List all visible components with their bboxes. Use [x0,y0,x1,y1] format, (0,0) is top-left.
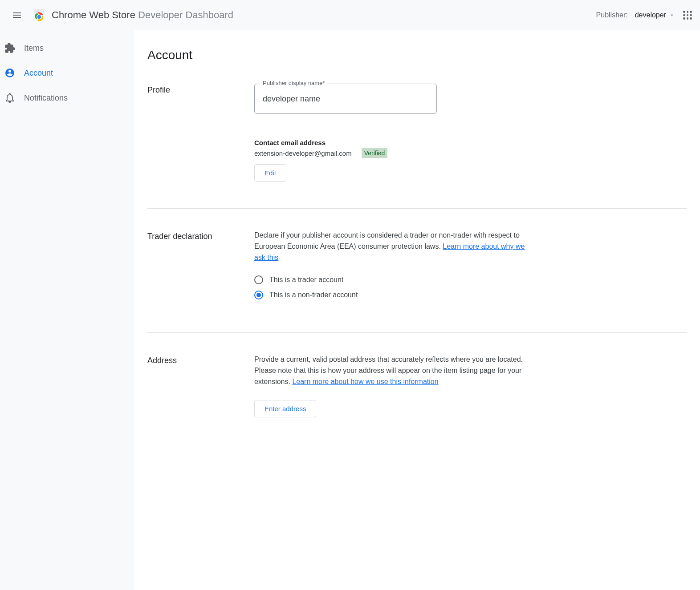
section-label-profile: Profile [147,84,254,182]
contact-email-value: extension-developer@gmail.com [254,150,352,157]
publisher-display-name-field[interactable]: Publisher display name* [254,84,437,114]
trader-description: Declare if your publisher account is con… [254,230,530,263]
section-trader-declaration: Trader declaration Declare if your publi… [147,230,687,333]
publisher-display-name-input[interactable] [263,94,428,104]
sidebar-item-account[interactable]: Account [0,61,134,85]
sidebar-item-items[interactable]: Items [0,36,134,61]
section-label-address: Address [147,354,254,417]
header-title-strong: Chrome Web Store [52,9,135,20]
app-header: Chrome Web Store Developer Dashboard Pub… [0,0,700,30]
account-circle-icon [4,68,15,78]
section-label-trader: Trader declaration [147,230,254,306]
publisher-label: Publisher: [596,11,628,19]
radio-icon [254,275,263,284]
address-learn-more-link[interactable]: Learn more about how we use this informa… [292,378,438,385]
bell-icon [4,93,15,103]
sidebar-item-notifications[interactable]: Notifications [0,85,134,110]
main-content: Account Profile Publisher display name* … [134,30,700,590]
caret-down-icon [669,12,675,18]
radio-trader-account[interactable]: This is a trader account [254,275,530,284]
radio-icon [254,291,263,299]
sidebar: Items Account Notifications [0,30,134,590]
verified-badge: Verified [362,148,388,158]
sidebar-item-label: Notifications [24,93,68,103]
section-profile: Profile Publisher display name* Contact … [147,84,687,209]
radio-label: This is a trader account [269,276,343,284]
radio-label: This is a non-trader account [269,291,358,299]
publisher-dropdown[interactable]: developer [635,11,675,19]
address-description: Provide a current, valid postal address … [254,354,530,387]
contact-email-label: Contact email address [254,139,530,146]
page-title: Account [147,48,687,62]
publisher-display-name-label: Publisher display name* [260,80,327,86]
sidebar-item-label: Account [24,69,53,78]
hamburger-icon [12,10,22,20]
menu-button[interactable] [7,5,27,25]
extension-icon [4,43,15,53]
header-title-light: Developer Dashboard [138,9,233,20]
sidebar-item-label: Items [24,44,44,53]
header-title: Chrome Web Store Developer Dashboard [52,9,233,21]
publisher-value: developer [635,11,666,19]
section-address: Address Provide a current, valid postal … [147,354,687,417]
chrome-web-store-icon [32,8,46,22]
radio-non-trader-account[interactable]: This is a non-trader account [254,291,530,299]
edit-email-button[interactable]: Edit [254,164,286,182]
enter-address-button[interactable]: Enter address [254,400,316,417]
google-apps-button[interactable] [682,10,693,20]
brand: Chrome Web Store Developer Dashboard [32,8,233,22]
